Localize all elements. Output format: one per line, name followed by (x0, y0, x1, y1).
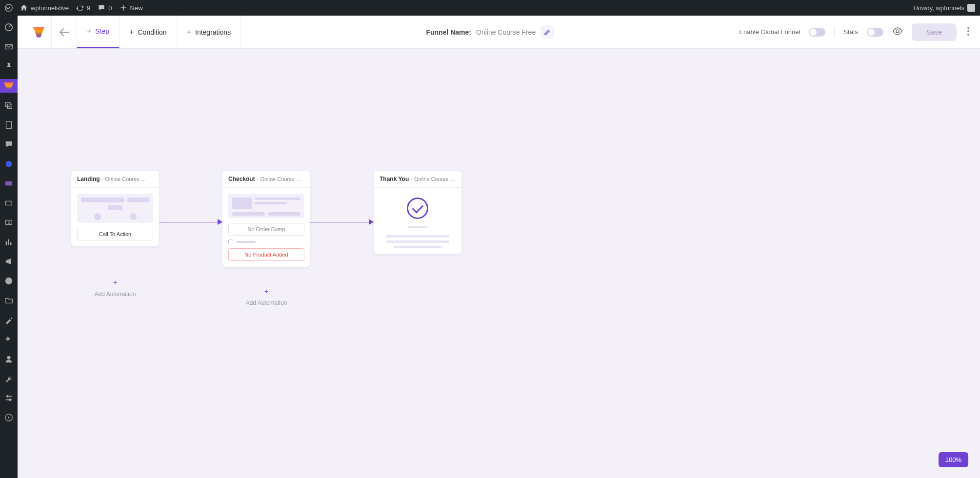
user-greeting[interactable]: Howdy, wpfunnels (913, 4, 975, 12)
svg-point-0 (5, 4, 12, 11)
new-link[interactable]: New (120, 4, 143, 12)
new-label: New (130, 4, 143, 12)
updates-link[interactable]: 9 (76, 4, 90, 12)
comments-count: 0 (108, 4, 112, 12)
updates-count: 9 (87, 4, 90, 12)
site-name: wpfunnelslive (31, 4, 69, 12)
wp-logo[interactable] (5, 4, 13, 12)
site-name-link[interactable]: wpfunnelslive (20, 4, 69, 12)
greeting-text: Howdy, wpfunnels (913, 4, 964, 12)
comments-link[interactable]: 0 (98, 4, 112, 12)
avatar (967, 4, 975, 12)
